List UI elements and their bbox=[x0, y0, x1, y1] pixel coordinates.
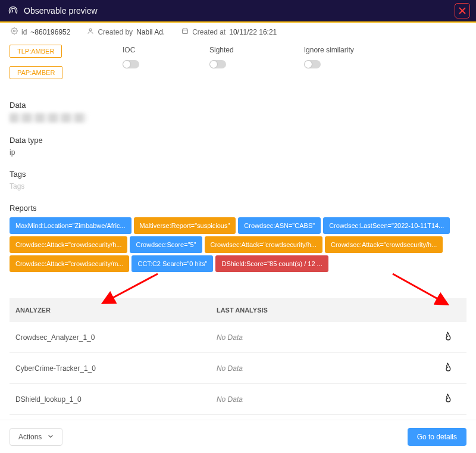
data-value-blurred bbox=[10, 113, 87, 123]
tlp-chip[interactable]: TLP:AMBER bbox=[10, 45, 62, 58]
ignore-toggle[interactable] bbox=[304, 60, 321, 68]
data-type-section-label: Data type bbox=[10, 136, 466, 145]
table-row: DShield_lookup_1_0No Data bbox=[10, 384, 466, 415]
fire-icon bbox=[443, 396, 452, 405]
col-last: LAST ANALYSIS bbox=[211, 298, 431, 322]
close-button[interactable] bbox=[455, 3, 470, 18]
data-type-value: ip bbox=[10, 148, 466, 157]
created-by-value: Nabil Ad. bbox=[136, 28, 165, 36]
calendar-icon bbox=[181, 27, 189, 36]
report-pill[interactable]: Crowdsec:Attack="crowdsecurity/m... bbox=[10, 255, 129, 272]
ignore-label: Ignore similarity bbox=[304, 46, 354, 54]
created-at-label: Created at bbox=[192, 28, 226, 36]
last-analysis: No Data bbox=[211, 384, 431, 415]
ioc-toggle[interactable] bbox=[123, 60, 139, 68]
report-pill[interactable]: CCT:C2 Search="0 hits" bbox=[131, 255, 213, 272]
data-section-label: Data bbox=[10, 101, 466, 110]
col-actions bbox=[431, 298, 466, 322]
report-pill[interactable]: MaxMind:Location="Zimbabwe/Afric... bbox=[10, 217, 131, 234]
go-to-details-button[interactable]: Go to details bbox=[408, 428, 466, 446]
report-pill[interactable]: Crowdsec:Attack="crowdsecurity/h... bbox=[205, 236, 322, 253]
actions-label: Actions bbox=[18, 433, 42, 441]
svg-rect-2 bbox=[183, 29, 188, 34]
svg-point-1 bbox=[89, 29, 92, 31]
sighted-toggle[interactable] bbox=[209, 60, 226, 68]
reports-pills: MaxMind:Location="Zimbabwe/Afric...Malti… bbox=[10, 217, 466, 274]
created-by-label: Created by bbox=[98, 28, 133, 36]
report-pill[interactable]: Maltiverse:Report="suspicious" bbox=[134, 217, 236, 234]
analyzer-name: Crowdsec_Analyzer_1_0 bbox=[10, 322, 211, 353]
preview-header: Observable preview bbox=[0, 0, 476, 21]
last-analysis: No Data bbox=[211, 353, 431, 384]
analyzer-name: DShield_lookup_1_0 bbox=[10, 384, 211, 415]
user-icon bbox=[87, 27, 94, 36]
reports-section-label: Reports bbox=[10, 204, 466, 213]
report-pill[interactable]: Crowdsec:Attack="crowdsecurity/h... bbox=[10, 236, 127, 253]
table-row: CyberCrime-Tracker_1_0No Data bbox=[10, 353, 466, 384]
report-pill[interactable]: Crowdsec:ASN="CABS" bbox=[238, 217, 321, 234]
pap-chip[interactable]: PAP:AMBER bbox=[10, 66, 62, 79]
created-at-value: 10/11/22 16:21 bbox=[229, 28, 277, 36]
report-pill[interactable]: Crowdsec:LastSeen="2022-10-11T14... bbox=[323, 217, 450, 234]
analyzer-name: CyberCrime-Tracker_1_0 bbox=[10, 353, 211, 384]
ioc-label: IOC bbox=[123, 46, 139, 54]
run-analyzer-button[interactable] bbox=[431, 384, 466, 415]
run-analyzer-button[interactable] bbox=[431, 353, 466, 384]
footer: Actions Go to details bbox=[0, 420, 476, 453]
svg-point-0 bbox=[14, 30, 15, 32]
gear-icon bbox=[11, 27, 18, 36]
table-row: Crowdsec_Analyzer_1_0No Data bbox=[10, 322, 466, 353]
report-pill[interactable]: DShield:Score="85 count(s) / 12 ... bbox=[215, 255, 328, 272]
fingerprint-icon bbox=[8, 6, 18, 15]
col-analyzer: ANALYZER bbox=[10, 298, 211, 322]
actions-button[interactable]: Actions bbox=[10, 428, 62, 446]
chevron-down-icon bbox=[48, 433, 54, 441]
id-label: id bbox=[21, 28, 27, 36]
fire-icon bbox=[443, 365, 452, 374]
meta-row: id ~860196952 Created by Nabil Ad. Creat… bbox=[0, 23, 476, 43]
run-analyzer-button[interactable] bbox=[431, 322, 466, 353]
tags-placeholder: Tags bbox=[10, 182, 466, 190]
fire-icon bbox=[443, 335, 452, 343]
tags-section-label: Tags bbox=[10, 170, 466, 179]
id-value: ~860196952 bbox=[30, 28, 70, 36]
report-pill[interactable]: Crowdsec:Score="5" bbox=[130, 236, 202, 253]
last-analysis: No Data bbox=[211, 322, 431, 353]
header-title: Observable preview bbox=[24, 6, 98, 15]
report-pill[interactable]: Crowdsec:Attack="crowdsecurity/h... bbox=[325, 236, 443, 253]
sighted-label: Sighted bbox=[209, 46, 234, 54]
